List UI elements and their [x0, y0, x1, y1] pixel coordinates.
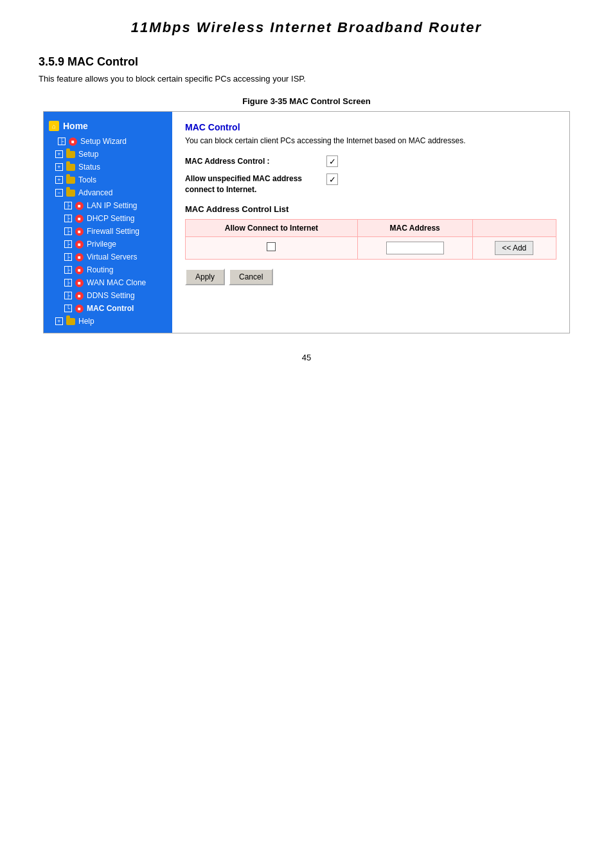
folder-icon-tools: [66, 177, 75, 184]
allow-unspecified-checkbox[interactable]: ✓: [326, 173, 338, 185]
sidebar-label-privilege: Privilege: [87, 240, 116, 249]
sidebar-label-mac-control: MAC Control: [87, 304, 134, 313]
page-number: 45: [302, 353, 311, 362]
tree-plus-setup: +: [55, 150, 63, 158]
add-button[interactable]: << Add: [495, 241, 533, 255]
sidebar-item-firewall[interactable]: ├ ■ Firewall Setting: [44, 225, 172, 238]
tree-plus-help: +: [55, 317, 63, 325]
tree-branch-firewall: ├: [64, 227, 72, 235]
red-icon-routing: ■: [75, 266, 84, 274]
sidebar-label-tools: Tools: [78, 175, 96, 184]
folder-icon-advanced: [66, 190, 75, 197]
sidebar-label-firewall: Firewall Setting: [87, 227, 139, 236]
row-checkbox-cell: [186, 236, 358, 259]
red-icon-virtual: ■: [75, 253, 84, 261]
page-footer: 45: [26, 353, 587, 362]
control-list-label: MAC Address Control List: [185, 204, 556, 214]
tree-plus-tools: +: [55, 176, 63, 184]
row-mac-input-cell: [357, 236, 472, 259]
page-icon-setup-wizard: ■: [69, 137, 77, 146]
tree-branch-routing: ├: [64, 266, 72, 274]
allow-unspecified-label: Allow unspecified MAC address connect to…: [185, 173, 314, 195]
mac-control-title: MAC Control: [185, 122, 556, 132]
col-allow-connect: Allow Connect to Internet: [186, 219, 358, 236]
folder-icon-status: [66, 164, 75, 171]
sidebar-item-advanced[interactable]: − Advanced: [44, 186, 172, 199]
cancel-button[interactable]: Cancel: [229, 269, 273, 285]
folder-icon-help: [66, 318, 75, 325]
allow-unspecified-row: Allow unspecified MAC address connect to…: [185, 173, 556, 195]
apply-button[interactable]: Apply: [185, 269, 225, 285]
tree-minus-advanced: −: [55, 189, 63, 197]
folder-icon-setup: [66, 151, 75, 158]
sidebar: ⌂ Home ├ ■ Setup Wizard + Setup + Status…: [44, 112, 172, 333]
sidebar-label-routing: Routing: [87, 265, 113, 274]
tree-branch-lan: ├: [64, 202, 72, 209]
sidebar-home[interactable]: ⌂ Home: [44, 117, 172, 135]
tree-branch-privilege: ├: [64, 240, 72, 248]
red-icon-lan: ■: [75, 202, 84, 210]
row-allow-checkbox[interactable]: [267, 242, 276, 251]
page-header: 11Mbps Wireless Internet Broadband Route…: [26, 19, 587, 36]
sidebar-item-setup[interactable]: + Setup: [44, 148, 172, 161]
sidebar-label-wan-mac: WAN MAC Clone: [87, 278, 146, 287]
sidebar-label-dhcp: DHCP Setting: [87, 214, 134, 223]
sidebar-label-virtual-servers: Virtual Servers: [87, 252, 137, 261]
tree-branch-dhcp: ├: [64, 215, 72, 222]
red-icon-ddns: ■: [75, 292, 84, 300]
sidebar-label-setup: Setup: [78, 150, 98, 159]
sidebar-label-ddns: DDNS Setting: [87, 291, 135, 300]
sidebar-item-routing[interactable]: ├ ■ Routing: [44, 263, 172, 276]
mac-address-control-label: MAC Address Control :: [185, 157, 314, 166]
red-icon-privilege: ■: [75, 240, 84, 249]
router-ui-container: ⌂ Home ├ ■ Setup Wizard + Setup + Status…: [43, 111, 570, 333]
section-description: This feature allows you to block certain…: [39, 74, 587, 84]
tree-branch-icon: ├: [58, 137, 66, 145]
tree-plus-status: +: [55, 163, 63, 171]
table-header-row: Allow Connect to Internet MAC Address: [186, 219, 556, 236]
sidebar-label-advanced: Advanced: [78, 188, 112, 197]
mac-address-input[interactable]: [386, 242, 444, 254]
col-actions: [472, 219, 556, 236]
main-content: MAC Control You can block certain client…: [172, 112, 569, 333]
sidebar-item-wan-mac[interactable]: ├ ■ WAN MAC Clone: [44, 276, 172, 289]
sidebar-label-status: Status: [78, 163, 100, 172]
red-icon-firewall: ■: [75, 227, 84, 236]
tree-branch-ddns: ├: [64, 292, 72, 299]
tree-branch-wan: ├: [64, 279, 72, 287]
red-icon-dhcp: ■: [75, 215, 84, 223]
section-title: 3.5.9 MAC Control: [39, 55, 587, 69]
sidebar-item-mac-control[interactable]: └ ■ MAC Control: [44, 302, 172, 315]
mac-control-table: Allow Connect to Internet MAC Address <<…: [185, 219, 556, 260]
button-row: Apply Cancel: [185, 269, 556, 285]
figure-label: Figure 3-35 MAC Control Screen: [26, 96, 587, 106]
tree-branch-mac: └: [64, 305, 72, 312]
tree-branch-virtual: ├: [64, 253, 72, 261]
table-row: << Add: [186, 236, 556, 259]
red-icon-wan: ■: [75, 279, 84, 287]
sidebar-item-lan-ip[interactable]: ├ ■ LAN IP Setting: [44, 199, 172, 212]
row-add-cell: << Add: [472, 236, 556, 259]
sidebar-item-ddns[interactable]: ├ ■ DDNS Setting: [44, 289, 172, 302]
sidebar-label-help: Help: [78, 317, 94, 326]
sidebar-item-dhcp[interactable]: ├ ■ DHCP Setting: [44, 212, 172, 225]
sidebar-item-privilege[interactable]: ├ ■ Privilege: [44, 238, 172, 251]
sidebar-label-setup-wizard: Setup Wizard: [80, 137, 127, 146]
red-icon-mac: ■: [75, 305, 84, 313]
home-icon: ⌂: [49, 121, 59, 131]
mac-control-description: You can block certain client PCs accessi…: [185, 136, 556, 145]
sidebar-item-tools[interactable]: + Tools: [44, 173, 172, 186]
sidebar-item-status[interactable]: + Status: [44, 161, 172, 173]
col-mac-address: MAC Address: [357, 219, 472, 236]
sidebar-home-label: Home: [63, 121, 88, 131]
sidebar-item-virtual-servers[interactable]: ├ ■ Virtual Servers: [44, 251, 172, 263]
sidebar-label-lan-ip: LAN IP Setting: [87, 201, 138, 210]
sidebar-item-setup-wizard[interactable]: ├ ■ Setup Wizard: [44, 135, 172, 148]
mac-address-control-row: MAC Address Control : ✓: [185, 155, 556, 167]
sidebar-item-help[interactable]: + Help: [44, 315, 172, 328]
mac-address-control-checkbox[interactable]: ✓: [326, 155, 338, 167]
